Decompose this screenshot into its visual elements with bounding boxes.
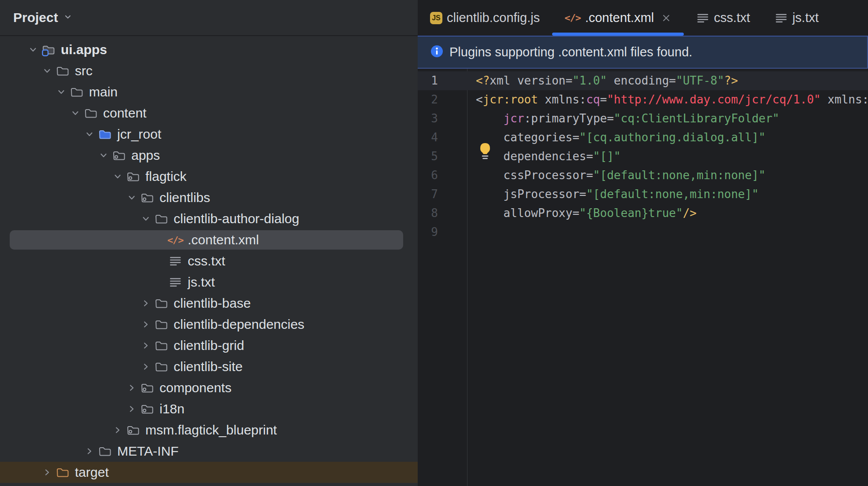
code-line-8[interactable]: 8 allowProxy="{Boolean}true"/>	[418, 204, 868, 223]
line-content: jcr:primaryType="cq:ClientLibraryFolder"	[467, 109, 779, 128]
tree-item-src[interactable]: src	[0, 60, 418, 81]
tree-item-js-txt[interactable]: js.txt	[0, 272, 418, 293]
tree-item-label: components	[160, 380, 231, 395]
line-content: cssProcessor="[default:none,min:none]"	[467, 166, 765, 185]
tree-item-clientlib-site[interactable]: clientlib-site	[0, 356, 418, 377]
tree-item-clientlib-grid[interactable]: clientlib-grid	[0, 335, 418, 356]
chevron-collapsed-icon[interactable]	[125, 381, 138, 394]
chevron-collapsed-icon[interactable]	[111, 423, 124, 437]
tree-item-clientlib-base[interactable]: clientlib-base	[0, 293, 418, 314]
code-line-3[interactable]: 3 jcr:primaryType="cq:ClientLibraryFolde…	[418, 109, 868, 128]
chevron-collapsed-icon[interactable]	[139, 360, 152, 373]
tree-item-clientlib-author-dialog[interactable]: clientlib-author-dialog	[0, 208, 418, 229]
tab-css-txt[interactable]: css.txt	[684, 0, 762, 36]
line-content: jsProcessor="[default:none,min:none]"	[467, 185, 759, 204]
close-icon[interactable]	[661, 13, 671, 23]
tree-item-target[interactable]: target	[0, 462, 418, 483]
chevron-collapsed-icon[interactable]	[139, 297, 152, 310]
folder-icon	[154, 339, 168, 353]
folder-sources-icon	[98, 127, 112, 141]
active-tab-underline	[552, 33, 684, 36]
chevron-expanded-icon[interactable]	[111, 170, 124, 183]
chevron-expanded-icon[interactable]	[83, 128, 96, 141]
project-panel-header[interactable]: Project	[0, 0, 418, 36]
chevron-expanded-icon[interactable]	[26, 43, 40, 56]
line-number: 8	[418, 204, 467, 223]
line-content: <?xml version="1.0" encoding="UTF-8"?>	[467, 71, 738, 90]
line-number: 7	[418, 185, 467, 204]
tree-item-label: main	[89, 85, 118, 99]
folder-package-icon	[126, 169, 140, 184]
tree-item--content-xml[interactable]: </>.content.xml	[0, 229, 418, 250]
folder-icon	[154, 317, 168, 331]
chevron-spacer	[153, 254, 167, 268]
tree-item-ui-apps[interactable]: ui.apps	[0, 39, 418, 60]
tree-item-css-txt[interactable]: css.txt	[0, 250, 418, 272]
tab--content-xml[interactable]: </>.content.xml	[552, 0, 684, 36]
chevron-collapsed-icon[interactable]	[139, 318, 152, 331]
chevron-expanded-icon[interactable]	[41, 64, 54, 77]
tree-item-label: clientlib-base	[174, 296, 251, 311]
chevron-spacer	[153, 276, 167, 289]
js-file-icon: JS	[430, 12, 442, 24]
line-content	[467, 223, 476, 242]
project-panel-title: Project	[13, 10, 58, 25]
tree-item-clientlibs[interactable]: clientlibs	[0, 187, 418, 208]
tree-item-jcr-root[interactable]: jcr_root	[0, 124, 418, 145]
chevron-expanded-icon[interactable]	[139, 212, 152, 225]
line-number: 6	[418, 166, 467, 185]
chevron-spacer	[153, 233, 167, 247]
chevron-expanded-icon[interactable]	[55, 85, 68, 99]
text-file-icon	[775, 11, 788, 25]
line-content: categories="[cq.authoring.dialog.all]"	[467, 128, 765, 147]
tree-item-msm-flagtick-blueprint[interactable]: msm.flagtick_blueprint	[0, 420, 418, 441]
code-editor[interactable]: 1<?xml version="1.0" encoding="UTF-8"?>2…	[418, 69, 868, 486]
chevron-collapsed-icon[interactable]	[41, 466, 54, 479]
tree-item-label: clientlib-dependencies	[174, 317, 304, 332]
project-tool-window: Project ui.appssrcmaincontentjcr_rootapp…	[0, 0, 418, 486]
code-line-2[interactable]: 2<jcr:root xmlns:cq="http://www.day.com/…	[418, 90, 868, 109]
text-file-icon	[168, 254, 182, 268]
tree-item-apps[interactable]: apps	[0, 145, 418, 166]
chevron-expanded-icon[interactable]	[97, 149, 110, 162]
code-line-7[interactable]: 7 jsProcessor="[default:none,min:none]"	[418, 185, 868, 204]
chevron-collapsed-icon[interactable]	[139, 339, 152, 352]
code-line-1[interactable]: 1<?xml version="1.0" encoding="UTF-8"?>	[418, 71, 868, 90]
text-file-icon	[696, 11, 709, 25]
chevron-expanded-icon[interactable]	[69, 107, 82, 120]
line-number: 1	[418, 71, 467, 90]
tree-item-label: js.txt	[188, 275, 215, 290]
line-number: 4	[418, 128, 467, 147]
line-content: allowProxy="{Boolean}true"/>	[467, 204, 697, 223]
tab-js-txt[interactable]: js.txt	[762, 0, 831, 36]
tree-item-clientlib-dependencies[interactable]: clientlib-dependencies	[0, 314, 418, 335]
tree-item-label: target	[75, 465, 109, 480]
tree-item-label: clientlibs	[160, 190, 210, 205]
tree-item-label: clientlib-author-dialog	[174, 211, 299, 226]
tree-item-content[interactable]: content	[0, 103, 418, 124]
tree-item-label: src	[75, 63, 93, 78]
line-number: 9	[418, 223, 467, 242]
tab-clientlib-config-js[interactable]: JSclientlib.config.js	[418, 0, 552, 36]
folder-icon	[154, 360, 168, 374]
chevron-collapsed-icon[interactable]	[125, 402, 138, 416]
xml-file-icon: </>	[168, 233, 182, 247]
line-content: <jcr:root xmlns:cq="http://www.day.com/j…	[467, 90, 868, 109]
folder-icon	[70, 85, 84, 99]
folder-icon	[154, 296, 168, 310]
folder-package-icon	[140, 402, 154, 416]
code-line-6[interactable]: 6 cssProcessor="[default:none,min:none]"	[418, 166, 868, 185]
tree-item-flagtick[interactable]: flagtick	[0, 166, 418, 187]
folder-package-icon	[112, 148, 126, 162]
tree-item-main[interactable]: main	[0, 81, 418, 103]
chevron-expanded-icon[interactable]	[125, 191, 138, 204]
project-tree: ui.appssrcmaincontentjcr_rootappsflagtic…	[0, 36, 418, 483]
tab-label: js.txt	[792, 11, 819, 25]
intention-bulb-icon[interactable]	[478, 143, 492, 162]
tree-item-i18n[interactable]: i18n	[0, 398, 418, 420]
tree-item-meta-inf[interactable]: META-INF	[0, 441, 418, 462]
chevron-collapsed-icon[interactable]	[83, 445, 96, 458]
tree-item-components[interactable]: components	[0, 377, 418, 398]
code-line-9[interactable]: 9	[418, 223, 868, 242]
folder-icon	[56, 64, 70, 78]
